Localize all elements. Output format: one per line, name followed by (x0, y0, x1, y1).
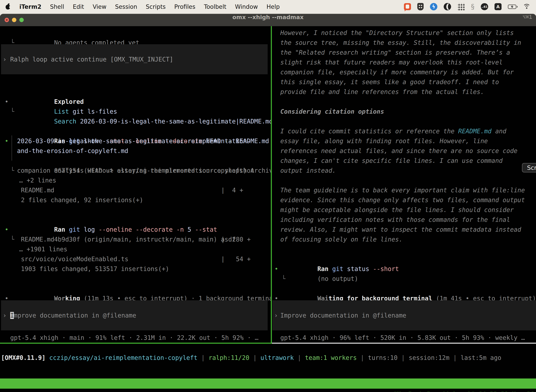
git-log-stat-line: README.md | 280 + (0, 234, 270, 244)
inactive-pane-bottom-border (272, 343, 536, 344)
bolt-badge-icon[interactable] (430, 3, 437, 10)
menu-session[interactable]: Session (115, 3, 137, 10)
explored-search-line: Search 2026-03-09-is-legal-the-same-as-l… (0, 107, 270, 117)
paragraph-line: slight risk that future readers may over… (280, 57, 535, 67)
menu-edit[interactable]: Edit (73, 3, 84, 10)
git-log-stat-summary: 1903 files changed, 513517 insertions(+) (0, 264, 270, 274)
tree-connector: └ (282, 274, 285, 284)
shield-icon[interactable] (417, 3, 424, 10)
tmux-host-clock: "MacBook-Pro-44.local" 04:52 31-Mar-26 (393, 389, 534, 392)
git-log-command-line: •Ran git log --oneline --decorate -n 5 -… (0, 215, 270, 225)
git-status-command-line: •Ran git status --short (272, 254, 535, 264)
paragraph-line: essay file, along with finding root file… (280, 136, 535, 146)
tmux-status-bar: "MacBook-Pro-44.local" 04:52 31-Mar-26 [… (0, 378, 536, 389)
text-cursor: I (10, 312, 14, 319)
prompt-icon: › (3, 56, 6, 63)
menu-status-icons: ..61 A (404, 3, 531, 11)
menu-shell[interactable]: Shell (50, 3, 64, 10)
paragraph-line: the source tree, missing the essay. Stil… (280, 38, 535, 48)
moon-circle-icon[interactable] (444, 3, 451, 10)
iterm-window: omx --xhigh --madmax ⌥⌘1 └No agents comp… (0, 13, 536, 392)
right-prompt-input[interactable]: › Improve documentation in @filename (273, 300, 536, 330)
apple-menu-icon[interactable] (5, 4, 10, 10)
waiting-status-line: •Waiting for background terminal (1m 41s… (272, 284, 535, 294)
git-show-filename-line: 2026-03-09-is-legal-the-same-as-legitima… (0, 136, 270, 146)
paragraph-line: changes, I can't cite specific file line… (280, 156, 535, 166)
left-prompt-input[interactable]: › Improve documentation in @filename (1, 300, 268, 330)
window-titlebar: omx --xhigh --madmax ⌥⌘1 (0, 14, 536, 26)
left-agent-pane: └No agents completed yet › Ralph loop ac… (0, 26, 271, 343)
reasoning-heading: Considering citation options (272, 107, 535, 117)
paragraph-line: might be acceptable alongside the file l… (280, 205, 535, 215)
menu-profiles[interactable]: Profiles (174, 3, 195, 10)
paragraph-line: companion file, especially if more comme… (280, 67, 535, 77)
active-pane-bottom-border (0, 343, 272, 344)
explored-title-line: •Explored (0, 87, 270, 97)
squiggle-icon[interactable] (471, 3, 474, 11)
reasoning-paragraph: The team guideline is to back every impo… (280, 185, 535, 244)
git-log-more-lines: … +1901 lines (0, 244, 270, 254)
paragraph-line: provide file and line references from th… (280, 87, 535, 97)
menu-window[interactable]: Window (235, 3, 258, 10)
count-badge-icon[interactable]: ..61 (481, 3, 488, 10)
paragraph-line: references need actual files, and since … (280, 146, 535, 156)
paragraph-line: However, I noticed the "Directory Struct… (280, 28, 535, 38)
working-status-line: •Working (11m 13s • esc to interrupt) · … (0, 284, 270, 294)
reasoning-paragraph: However, I noticed the "Directory Struct… (280, 28, 535, 97)
dots-grid-icon[interactable] (457, 3, 464, 10)
screen-share-tooltip: Scre (522, 163, 536, 173)
git-log-commit-line: └4b9d30f (origin/main, instructkr/main, … (0, 225, 270, 234)
paragraph-line: The team guideline is to back every impo… (280, 185, 535, 195)
git-show-stat-line: README.md | 4 + (0, 185, 270, 195)
git-show-commit-line: └067f154 (HEAD -> essay/ai-reimplementat… (0, 156, 270, 166)
menu-scripts[interactable]: Scripts (146, 3, 166, 10)
menu-iterm2[interactable]: iTerm2 (19, 3, 41, 10)
wifi-icon[interactable] (523, 4, 531, 10)
left-model-status-line: gpt-5.4 xhigh · main · 91% left · 2.31M … (10, 333, 258, 343)
git-show-command-line: •Ran git show --stat --oneline --decorat… (0, 126, 270, 136)
omx-status-line: [OMX#0.11.9] cczip/essay/ai-reimplementa… (1, 353, 501, 363)
a-square-icon[interactable]: A (494, 3, 502, 10)
paragraph-line: the "Related research writing" section i… (280, 48, 535, 57)
prompt-icon: › (274, 312, 278, 319)
paragraph-line: I could cite commit statistics or refere… (280, 126, 535, 136)
macos-screen: iTerm2 Shell Edit View Session Scripts P… (0, 0, 536, 392)
paragraph-line: review. Also, I might want to inspect th… (280, 225, 535, 234)
agents-note-line: └No agents completed yet (0, 28, 270, 38)
paragraph-line: this single essay, it seems like a good … (280, 77, 535, 87)
chat-app-icon[interactable] (404, 3, 411, 10)
git-status-output-line: └(no output) (272, 264, 535, 274)
ralph-loop-text: Ralph loop active continue [OMX_TMUX_INJ… (10, 56, 173, 63)
git-log-stat-line: src/voice/voiceModeEnabled.ts | 54 + (0, 254, 270, 264)
menu-view[interactable]: View (93, 3, 106, 10)
explored-list-line: └List git ls-files (0, 97, 270, 107)
git-show-stat-summary: 2 files changed, 92 insertions(+) (0, 195, 270, 205)
ralph-loop-banner: › Ralph loop active continue [OMX_TMUX_I… (1, 44, 268, 74)
paragraph-line: output instead. (280, 166, 535, 175)
menu-bar: iTerm2 Shell Edit View Session Scripts P… (0, 0, 536, 13)
git-show-filename-line: and-the-erosion-of-copyleft.md (0, 146, 270, 156)
battery-icon[interactable] (508, 5, 516, 9)
reasoning-paragraph: I could cite commit statistics or refere… (280, 126, 535, 175)
paragraph-line: of focusing solely on file lines. (280, 234, 535, 244)
menu-toolbelt[interactable]: Toolbelt (204, 3, 226, 10)
prompt-icon: › (3, 312, 6, 319)
paragraph-line: including verification notes with those … (280, 215, 535, 225)
window-title: omx --xhigh --madmax (0, 14, 536, 21)
menu-help[interactable]: Help (266, 3, 280, 10)
paragraph-line: evidence. Since this change only affects… (280, 195, 535, 205)
window-shortcut-badge: ⌥⌘1 (523, 14, 532, 20)
git-show-commit-line: companion analysis without altering the … (0, 166, 270, 175)
right-agent-pane: However, I noticed the "Directory Struct… (272, 26, 536, 343)
git-show-more-lines: … +2 lines (0, 175, 270, 185)
pane-divider[interactable] (271, 26, 272, 343)
terminal-content: └No agents completed yet › Ralph loop ac… (0, 26, 536, 392)
right-model-status-line: gpt-5.4 xhigh · 96% left · 520K in · 5.8… (280, 333, 525, 343)
